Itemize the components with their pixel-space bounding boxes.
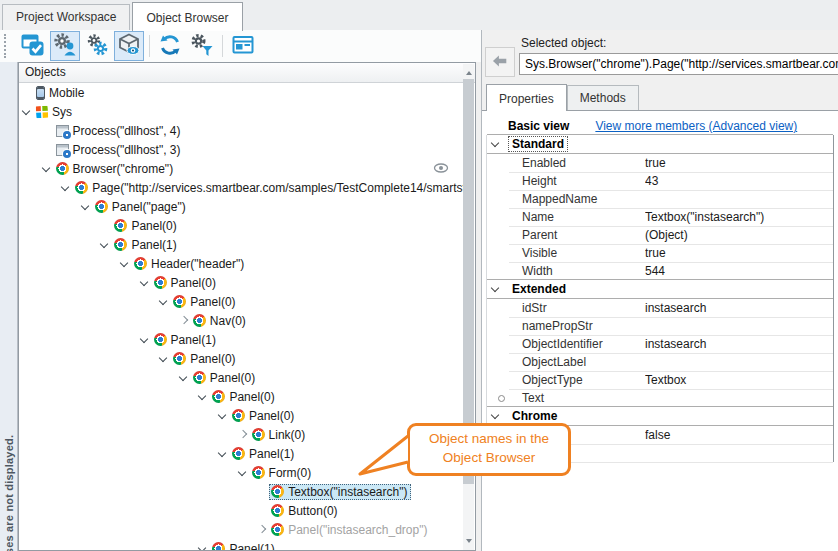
tree-item-panel-0[interactable]: Panel(0) bbox=[20, 406, 463, 425]
tree-node[interactable]: Panel(0) bbox=[191, 370, 259, 386]
collapse-arrow[interactable] bbox=[216, 406, 230, 425]
tree-item-panel-page[interactable]: Panel("page") bbox=[20, 197, 463, 216]
property-row-visible[interactable]: Visibletrue bbox=[487, 244, 833, 262]
tree-node[interactable]: Sys bbox=[34, 104, 76, 120]
tree-header[interactable]: Objects bbox=[19, 63, 475, 83]
tree-item-panel-0[interactable]: Panel(0) bbox=[20, 292, 463, 311]
tree-node[interactable]: Panel("page") bbox=[93, 199, 190, 215]
tab-project-workspace[interactable]: Project Workspace bbox=[2, 4, 130, 30]
object-visualizer-button[interactable] bbox=[114, 31, 144, 61]
expand-arrow[interactable] bbox=[255, 520, 269, 539]
tree-item-nav-0[interactable]: Nav(0) bbox=[20, 311, 463, 330]
tree-node[interactable]: Panel(0) bbox=[112, 218, 180, 234]
collapse-arrow[interactable] bbox=[177, 368, 191, 387]
tree-item-page-http-services-smartbear-com-samples-testcomplete14-smartstore[interactable]: Page("http://services.smartbear.com/samp… bbox=[20, 178, 463, 197]
property-row-objectidentifier[interactable]: ObjectIdentifierinstasearch bbox=[487, 335, 833, 353]
tree-node[interactable]: Form(0) bbox=[250, 465, 316, 481]
tree-item-panel-0[interactable]: Panel(0) bbox=[20, 216, 463, 235]
tree-node[interactable]: Panel(1) bbox=[230, 446, 298, 462]
collapse-arrow[interactable] bbox=[196, 539, 210, 550]
property-row-height[interactable]: Height43 bbox=[487, 172, 833, 190]
tree-item-sys[interactable]: Sys bbox=[20, 102, 463, 121]
tree-item-textbox-instasearch[interactable]: Textbox("instasearch") bbox=[20, 482, 463, 501]
tree-node[interactable]: Panel(0) bbox=[171, 294, 239, 310]
tree-item-process-dllhost-3[interactable]: Process("dllhost", 3) bbox=[20, 140, 463, 159]
collapse-arrow[interactable] bbox=[79, 197, 93, 216]
tree-item-panel-instasearch-drop[interactable]: Panel("instasearch_drop") bbox=[20, 520, 463, 539]
panel-layout-button[interactable] bbox=[228, 31, 258, 61]
property-row-mappedname[interactable]: MappedName bbox=[487, 190, 833, 208]
property-row-parent[interactable]: Parent(Object) bbox=[487, 226, 833, 244]
tab-properties[interactable]: Properties bbox=[486, 84, 567, 111]
tree-node[interactable]: Panel(0) bbox=[230, 408, 298, 424]
scroll-up-button[interactable] bbox=[463, 64, 474, 77]
tree-item-panel-1[interactable]: Panel(1) bbox=[20, 235, 463, 254]
property-row-text[interactable]: Text bbox=[487, 389, 833, 407]
tree-node[interactable]: Page("http://services.smartbear.com/samp… bbox=[73, 180, 463, 196]
collapse-arrow[interactable] bbox=[491, 411, 499, 419]
tree-item-button-0[interactable]: Button(0) bbox=[20, 501, 463, 520]
show-processes-button[interactable] bbox=[50, 31, 80, 61]
collapse-arrow[interactable] bbox=[157, 349, 171, 368]
tree-node[interactable]: Panel(0) bbox=[171, 351, 239, 367]
refresh-button[interactable] bbox=[155, 31, 185, 61]
expand-arrow[interactable] bbox=[177, 311, 191, 330]
property-row-name[interactable]: NameTextbox("instasearch") bbox=[487, 208, 833, 226]
tree-item-process-dllhost-4[interactable]: Process("dllhost", 4) bbox=[20, 121, 463, 140]
tree-node[interactable]: Browser("chrome") bbox=[54, 161, 178, 177]
filter-button[interactable] bbox=[187, 31, 217, 61]
tree-node[interactable]: Mobile bbox=[34, 85, 88, 101]
collapse-arrow[interactable] bbox=[138, 273, 152, 292]
collapse-arrow[interactable] bbox=[98, 235, 112, 254]
collapse-arrow[interactable] bbox=[491, 284, 499, 292]
tree-item-panel-0[interactable]: Panel(0) bbox=[20, 273, 463, 292]
section-header-standard[interactable]: Standard bbox=[487, 134, 833, 154]
collapse-arrow[interactable] bbox=[236, 463, 250, 482]
tree-item-panel-0[interactable]: Panel(0) bbox=[20, 368, 463, 387]
property-row-width[interactable]: Width544 bbox=[487, 262, 833, 280]
expand-arrow[interactable] bbox=[236, 425, 250, 444]
tree-item-panel-1[interactable]: Panel(1) bbox=[20, 330, 463, 349]
tree-item-header-header[interactable]: Header("header") bbox=[20, 254, 463, 273]
tree-node[interactable]: Nav(0) bbox=[191, 313, 250, 329]
tree-node[interactable]: Panel(1) bbox=[112, 237, 180, 253]
tree-node[interactable]: Textbox("instasearch") bbox=[269, 484, 411, 500]
tree-scrollbar[interactable] bbox=[463, 64, 474, 550]
property-row-objectlabel[interactable]: ObjectLabel bbox=[487, 353, 833, 371]
tested-apps-button[interactable] bbox=[18, 31, 48, 61]
tree-node[interactable]: Button(0) bbox=[269, 503, 341, 519]
scroll-down-button[interactable] bbox=[463, 537, 474, 550]
collapse-arrow[interactable] bbox=[40, 159, 54, 178]
tree-node[interactable]: Panel(0) bbox=[210, 389, 278, 405]
selected-object-field[interactable] bbox=[519, 53, 838, 75]
collapse-arrow[interactable] bbox=[59, 178, 73, 197]
property-row-idstr[interactable]: idStrinstasearch bbox=[487, 299, 833, 317]
property-row-namepropstr[interactable]: namePropStr bbox=[487, 317, 833, 335]
tab-methods[interactable]: Methods bbox=[567, 85, 639, 110]
collapse-arrow[interactable] bbox=[216, 444, 230, 463]
tab-object-browser[interactable]: Object Browser bbox=[132, 2, 242, 31]
tree-item-panel-1[interactable]: Panel(1) bbox=[20, 539, 463, 550]
tree-item-mobile[interactable]: Mobile bbox=[20, 83, 463, 102]
tree-node[interactable]: Process("dllhost", 3) bbox=[54, 142, 185, 158]
advanced-view-link[interactable]: View more members (Advanced view) bbox=[595, 119, 797, 133]
section-header-extended[interactable]: Extended bbox=[487, 279, 833, 299]
property-row-objecttype[interactable]: ObjectTypeTextbox bbox=[487, 371, 833, 389]
tree-node[interactable]: Panel(1) bbox=[210, 541, 278, 551]
tree-node[interactable]: Header("header") bbox=[132, 256, 248, 272]
tree-node[interactable]: Link(0) bbox=[250, 427, 310, 443]
tree-node[interactable]: Process("dllhost", 4) bbox=[54, 123, 185, 139]
tree-node[interactable]: Panel(1) bbox=[152, 332, 220, 348]
collapse-arrow[interactable] bbox=[138, 330, 152, 349]
tree-item-panel-0[interactable]: Panel(0) bbox=[20, 387, 463, 406]
collapse-arrow[interactable] bbox=[196, 387, 210, 406]
collapse-arrow[interactable] bbox=[20, 102, 34, 121]
tree-node[interactable]: Panel(0) bbox=[152, 275, 220, 291]
tree-item-browser-chrome[interactable]: Browser("chrome") bbox=[20, 159, 463, 178]
back-button[interactable] bbox=[485, 47, 515, 77]
collapse-arrow[interactable] bbox=[157, 292, 171, 311]
property-row-enabled[interactable]: Enabledtrue bbox=[487, 154, 833, 172]
tree-node[interactable]: Panel("instasearch_drop") bbox=[269, 522, 431, 538]
toolbar-grip[interactable] bbox=[4, 34, 11, 58]
collapse-arrow[interactable] bbox=[491, 139, 499, 147]
